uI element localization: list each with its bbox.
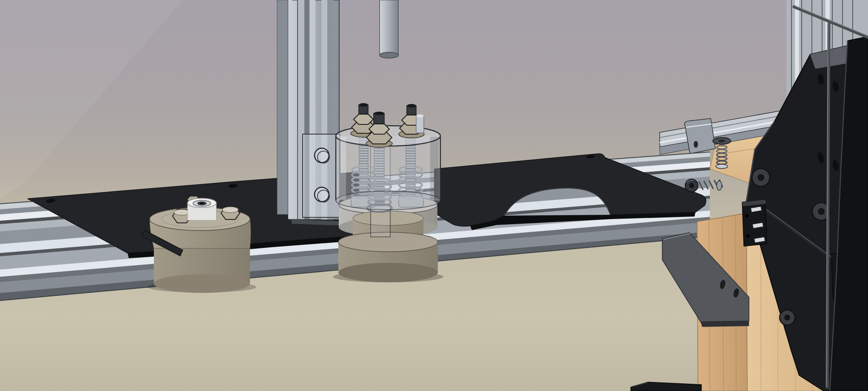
clear-bracket	[303, 134, 340, 217]
flat-head-socket	[718, 140, 725, 142]
hanging-rod	[380, 0, 398, 58]
extrusion-band	[288, 0, 292, 219]
cad-viewport[interactable]	[0, 0, 868, 391]
nut-top-face	[222, 207, 238, 213]
rod-tip-thread	[374, 113, 384, 125]
clamp-hole	[746, 234, 749, 238]
spring-washer	[716, 164, 728, 169]
glass-highlight	[340, 137, 346, 200]
button-screw	[752, 169, 770, 186]
glass-shade	[430, 137, 439, 200]
hanging-rod-tip	[380, 52, 398, 58]
rod-tip-top	[359, 103, 368, 107]
tab-bracket	[684, 118, 715, 154]
button-screw-hex	[757, 174, 764, 181]
spacer-pin-top	[416, 115, 424, 118]
rod-tip-top	[374, 112, 384, 115]
button-screw-hex	[818, 208, 825, 215]
hanging-rod-body	[380, 0, 398, 55]
socket-screw-hex	[200, 203, 204, 204]
button-screw	[780, 310, 795, 325]
bracket-hole	[315, 187, 329, 202]
extrusion-rear-rib	[277, 0, 288, 214]
glass-bottom-rim	[336, 191, 440, 210]
tab-bracket-hole	[694, 141, 698, 148]
bracket-hole	[315, 148, 329, 163]
puck-lower-bottom	[154, 274, 250, 293]
clamp-hole	[745, 214, 749, 217]
base-disc-bottom	[338, 263, 438, 282]
rod-tip-top	[407, 104, 416, 107]
button-screw-hex	[784, 315, 790, 321]
cap-screw-hex	[689, 183, 694, 188]
spacer-pin	[416, 116, 424, 133]
spring-end-cap	[717, 181, 722, 190]
render-canvas[interactable]	[0, 0, 868, 391]
vertical-extrusion	[277, 0, 340, 225]
hex-nut	[369, 124, 389, 134]
